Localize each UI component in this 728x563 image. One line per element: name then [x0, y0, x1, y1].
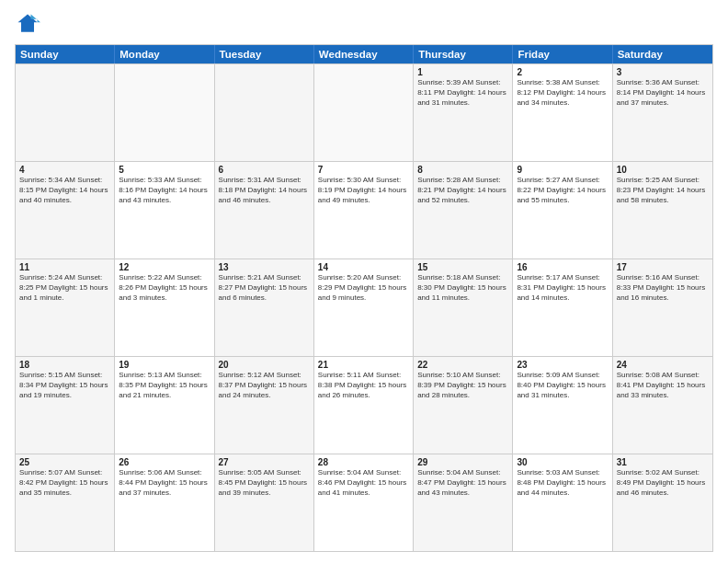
logo-icon	[15, 11, 40, 37]
header	[15, 11, 713, 37]
cal-cell: 28Sunrise: 5:04 AM Sunset: 8:46 PM Dayli…	[314, 454, 414, 551]
cell-info: Sunrise: 5:33 AM Sunset: 8:16 PM Dayligh…	[119, 176, 210, 205]
day-number: 9	[517, 165, 608, 175]
cal-cell: 11Sunrise: 5:24 AM Sunset: 8:25 PM Dayli…	[16, 259, 115, 356]
header-cell-monday: Monday	[115, 45, 214, 63]
cal-cell: 31Sunrise: 5:02 AM Sunset: 8:49 PM Dayli…	[613, 454, 712, 551]
header-cell-tuesday: Tuesday	[215, 45, 314, 63]
day-number: 8	[417, 165, 508, 175]
cell-info: Sunrise: 5:04 AM Sunset: 8:47 PM Dayligh…	[417, 468, 508, 498]
day-number: 12	[119, 262, 210, 272]
cal-cell: 3Sunrise: 5:36 AM Sunset: 8:14 PM Daylig…	[613, 64, 712, 161]
day-number: 4	[19, 165, 110, 175]
cal-cell	[314, 64, 414, 161]
day-number: 1	[417, 67, 508, 77]
day-number: 3	[617, 67, 709, 77]
day-number: 29	[417, 457, 508, 467]
cal-cell: 26Sunrise: 5:06 AM Sunset: 8:44 PM Dayli…	[115, 454, 214, 551]
calendar-row-5: 25Sunrise: 5:07 AM Sunset: 8:42 PM Dayli…	[16, 454, 712, 551]
cell-info: Sunrise: 5:11 AM Sunset: 8:38 PM Dayligh…	[318, 371, 409, 400]
cal-cell: 2Sunrise: 5:38 AM Sunset: 8:12 PM Daylig…	[513, 64, 612, 161]
day-number: 14	[318, 262, 409, 272]
day-number: 27	[219, 457, 310, 467]
cal-cell: 23Sunrise: 5:09 AM Sunset: 8:40 PM Dayli…	[513, 357, 612, 454]
calendar: SundayMondayTuesdayWednesdayThursdayFrid…	[15, 44, 713, 552]
day-number: 26	[119, 457, 210, 467]
calendar-header-row: SundayMondayTuesdayWednesdayThursdayFrid…	[16, 45, 712, 63]
cal-cell: 20Sunrise: 5:12 AM Sunset: 8:37 PM Dayli…	[215, 357, 314, 454]
cal-cell: 9Sunrise: 5:27 AM Sunset: 8:22 PM Daylig…	[513, 162, 612, 259]
header-cell-sunday: Sunday	[16, 45, 115, 63]
cell-info: Sunrise: 5:21 AM Sunset: 8:27 PM Dayligh…	[219, 273, 310, 303]
day-number: 7	[318, 165, 409, 175]
cell-info: Sunrise: 5:24 AM Sunset: 8:25 PM Dayligh…	[19, 273, 110, 303]
cell-info: Sunrise: 5:30 AM Sunset: 8:19 PM Dayligh…	[318, 176, 409, 205]
cal-cell: 24Sunrise: 5:08 AM Sunset: 8:41 PM Dayli…	[613, 357, 712, 454]
day-number: 11	[19, 262, 110, 272]
cal-cell: 1Sunrise: 5:39 AM Sunset: 8:11 PM Daylig…	[414, 64, 513, 161]
day-number: 28	[318, 457, 409, 467]
cell-info: Sunrise: 5:10 AM Sunset: 8:39 PM Dayligh…	[417, 371, 508, 400]
day-number: 5	[119, 165, 210, 175]
cal-cell: 19Sunrise: 5:13 AM Sunset: 8:35 PM Dayli…	[115, 357, 214, 454]
day-number: 19	[119, 360, 210, 370]
cell-info: Sunrise: 5:16 AM Sunset: 8:33 PM Dayligh…	[617, 273, 709, 303]
cal-cell: 14Sunrise: 5:20 AM Sunset: 8:29 PM Dayli…	[314, 259, 414, 356]
page: SundayMondayTuesdayWednesdayThursdayFrid…	[0, 0, 728, 563]
cell-info: Sunrise: 5:04 AM Sunset: 8:46 PM Dayligh…	[318, 468, 409, 498]
cell-info: Sunrise: 5:09 AM Sunset: 8:40 PM Dayligh…	[517, 371, 608, 400]
cell-info: Sunrise: 5:31 AM Sunset: 8:18 PM Dayligh…	[219, 176, 310, 205]
cell-info: Sunrise: 5:06 AM Sunset: 8:44 PM Dayligh…	[119, 468, 210, 498]
cal-cell: 10Sunrise: 5:25 AM Sunset: 8:23 PM Dayli…	[613, 162, 712, 259]
cal-cell: 12Sunrise: 5:22 AM Sunset: 8:26 PM Dayli…	[115, 259, 214, 356]
cell-info: Sunrise: 5:02 AM Sunset: 8:49 PM Dayligh…	[617, 468, 709, 498]
cell-info: Sunrise: 5:36 AM Sunset: 8:14 PM Dayligh…	[617, 78, 709, 108]
day-number: 2	[517, 67, 608, 77]
logo	[15, 11, 44, 37]
calendar-row-3: 11Sunrise: 5:24 AM Sunset: 8:25 PM Dayli…	[16, 259, 712, 356]
cell-info: Sunrise: 5:07 AM Sunset: 8:42 PM Dayligh…	[19, 468, 110, 498]
header-cell-saturday: Saturday	[613, 45, 712, 63]
cal-cell: 27Sunrise: 5:05 AM Sunset: 8:45 PM Dayli…	[215, 454, 314, 551]
cell-info: Sunrise: 5:15 AM Sunset: 8:34 PM Dayligh…	[19, 371, 110, 400]
cal-cell: 29Sunrise: 5:04 AM Sunset: 8:47 PM Dayli…	[414, 454, 513, 551]
header-cell-friday: Friday	[513, 45, 612, 63]
cell-info: Sunrise: 5:20 AM Sunset: 8:29 PM Dayligh…	[318, 273, 409, 303]
cal-cell: 25Sunrise: 5:07 AM Sunset: 8:42 PM Dayli…	[16, 454, 115, 551]
svg-marker-0	[18, 15, 38, 32]
cell-info: Sunrise: 5:03 AM Sunset: 8:48 PM Dayligh…	[517, 468, 608, 498]
cal-cell	[115, 64, 214, 161]
day-number: 10	[617, 165, 709, 175]
calendar-row-2: 4Sunrise: 5:34 AM Sunset: 8:15 PM Daylig…	[16, 161, 712, 259]
cal-cell: 16Sunrise: 5:17 AM Sunset: 8:31 PM Dayli…	[513, 259, 612, 356]
cal-cell: 21Sunrise: 5:11 AM Sunset: 8:38 PM Dayli…	[314, 357, 414, 454]
day-number: 30	[517, 457, 608, 467]
cell-info: Sunrise: 5:18 AM Sunset: 8:30 PM Dayligh…	[417, 273, 508, 303]
day-number: 18	[19, 360, 110, 370]
cal-cell: 30Sunrise: 5:03 AM Sunset: 8:48 PM Dayli…	[513, 454, 612, 551]
calendar-body: 1Sunrise: 5:39 AM Sunset: 8:11 PM Daylig…	[16, 63, 712, 551]
day-number: 24	[617, 360, 709, 370]
cal-cell: 18Sunrise: 5:15 AM Sunset: 8:34 PM Dayli…	[16, 357, 115, 454]
cell-info: Sunrise: 5:39 AM Sunset: 8:11 PM Dayligh…	[417, 78, 508, 108]
day-number: 13	[219, 262, 310, 272]
cell-info: Sunrise: 5:17 AM Sunset: 8:31 PM Dayligh…	[517, 273, 608, 303]
day-number: 16	[517, 262, 608, 272]
day-number: 25	[19, 457, 110, 467]
day-number: 31	[617, 457, 709, 467]
day-number: 22	[417, 360, 508, 370]
cell-info: Sunrise: 5:05 AM Sunset: 8:45 PM Dayligh…	[219, 468, 310, 498]
cell-info: Sunrise: 5:38 AM Sunset: 8:12 PM Dayligh…	[517, 78, 608, 108]
day-number: 15	[417, 262, 508, 272]
cal-cell: 5Sunrise: 5:33 AM Sunset: 8:16 PM Daylig…	[115, 162, 214, 259]
calendar-row-4: 18Sunrise: 5:15 AM Sunset: 8:34 PM Dayli…	[16, 356, 712, 454]
cal-cell: 13Sunrise: 5:21 AM Sunset: 8:27 PM Dayli…	[215, 259, 314, 356]
calendar-row-1: 1Sunrise: 5:39 AM Sunset: 8:11 PM Daylig…	[16, 63, 712, 161]
day-number: 21	[318, 360, 409, 370]
cal-cell: 22Sunrise: 5:10 AM Sunset: 8:39 PM Dayli…	[414, 357, 513, 454]
day-number: 17	[617, 262, 709, 272]
header-cell-wednesday: Wednesday	[314, 45, 414, 63]
day-number: 23	[517, 360, 608, 370]
cal-cell: 6Sunrise: 5:31 AM Sunset: 8:18 PM Daylig…	[215, 162, 314, 259]
day-number: 6	[219, 165, 310, 175]
